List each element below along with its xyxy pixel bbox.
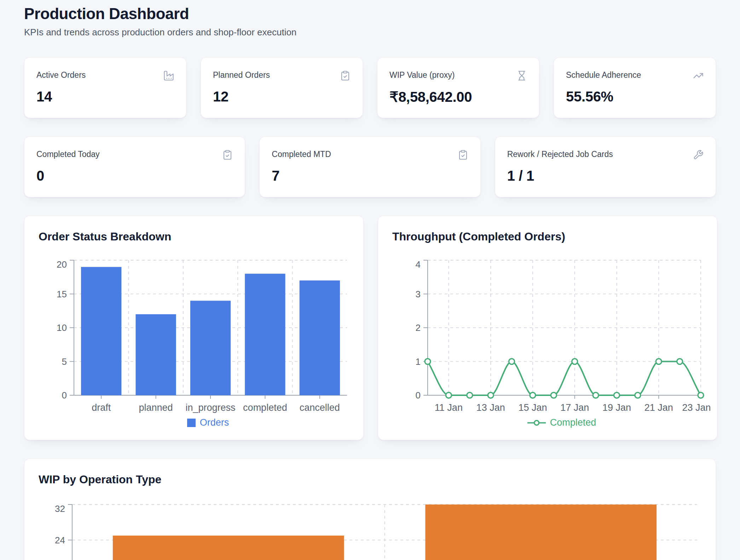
svg-text:15: 15 [57, 289, 67, 299]
kpi-card-schedule-adherence: Schedule Adherence 55.56% [554, 57, 716, 118]
svg-text:11 Jan: 11 Jan [435, 402, 463, 413]
svg-text:0: 0 [416, 390, 421, 401]
svg-text:32: 32 [55, 503, 65, 514]
svg-text:17 Jan: 17 Jan [560, 402, 589, 413]
svg-text:1: 1 [416, 356, 421, 367]
throughput-title: Throughput (Completed Orders) [392, 230, 703, 243]
kpi-value: 7 [272, 168, 468, 184]
wip-chart: 2432 [39, 492, 702, 560]
kpi-card-rework-rejected: Rework / Rejected Job Cards 1 / 1 [495, 136, 716, 197]
svg-text:21 Jan: 21 Jan [644, 402, 673, 413]
hourglass-icon [516, 70, 527, 81]
legend-label-completed: Completed [550, 417, 596, 428]
svg-text:23 Jan: 23 Jan [682, 402, 711, 413]
svg-text:5: 5 [62, 356, 67, 367]
wip-title: WIP by Operation Type [39, 473, 701, 486]
kpi-label: Completed Today [36, 150, 100, 159]
svg-text:20: 20 [57, 259, 67, 270]
kpi-row-1: Active Orders 14 Planned Orders 12 WIP V… [24, 57, 716, 118]
svg-text:cancelled: cancelled [300, 402, 340, 413]
wip-by-operation-card: WIP by Operation Type 2432 [24, 459, 716, 560]
svg-text:completed: completed [243, 402, 287, 413]
charts-row: Order Status Breakdown 05101520draftplan… [24, 216, 716, 440]
throughput-legend[interactable]: Completed [392, 417, 703, 428]
legend-swatch-orders [187, 419, 196, 427]
kpi-value: 12 [213, 89, 351, 105]
kpi-value: 1 / 1 [507, 168, 704, 184]
kpi-value: 0 [36, 168, 233, 184]
kpi-label: Completed MTD [272, 150, 331, 159]
order-status-chart: 05101520draftplannedin_progresscompleted… [39, 250, 349, 412]
page-subtitle: KPIs and trends across production orders… [24, 27, 716, 38]
wrench-icon [693, 150, 704, 160]
legend-marker-completed [527, 420, 546, 426]
svg-text:planned: planned [139, 402, 173, 413]
kpi-card-completed-mtd: Completed MTD 7 [259, 136, 480, 197]
trending-up-icon [693, 70, 704, 81]
order-status-title: Order Status Breakdown [39, 230, 349, 243]
svg-text:draft: draft [92, 402, 111, 413]
kpi-value: 14 [36, 89, 174, 105]
clipboard-check-icon [340, 70, 351, 81]
kpi-value: ₹8,58,642.00 [389, 89, 527, 105]
order-status-canvas: 05101520draftplannedin_progresscompleted… [39, 250, 349, 412]
svg-text:24: 24 [55, 535, 65, 546]
throughput-chart: 0123411 Jan13 Jan15 Jan17 Jan19 Jan21 Ja… [392, 250, 703, 412]
kpi-card-wip-value: WIP Value (proxy) ₹8,58,642.00 [377, 57, 539, 118]
kpi-label: Planned Orders [213, 70, 270, 80]
order-status-card: Order Status Breakdown 05101520draftplan… [24, 216, 364, 440]
kpi-value: 55.56% [566, 89, 704, 105]
throughput-canvas: 0123411 Jan13 Jan15 Jan17 Jan19 Jan21 Ja… [392, 250, 703, 412]
order-status-legend[interactable]: Orders [39, 417, 349, 428]
kpi-label: Active Orders [36, 70, 86, 80]
factory-icon [163, 70, 174, 81]
kpi-card-planned-orders: Planned Orders 12 [201, 57, 363, 118]
svg-text:0: 0 [62, 390, 67, 401]
kpi-card-completed-today: Completed Today 0 [24, 136, 245, 197]
svg-text:2: 2 [416, 322, 421, 333]
svg-text:13 Jan: 13 Jan [476, 402, 505, 413]
clipboard-check-icon [458, 150, 468, 160]
clipboard-check-icon [222, 150, 233, 160]
kpi-label: Rework / Rejected Job Cards [507, 150, 613, 159]
svg-text:in_progress: in_progress [185, 402, 235, 413]
production-dashboard-page: Production Dashboard KPIs and trends acr… [0, 0, 740, 560]
kpi-label: Schedule Adherence [566, 70, 641, 80]
kpi-label: WIP Value (proxy) [389, 70, 455, 80]
wip-canvas: 2432 [39, 492, 701, 560]
svg-text:19 Jan: 19 Jan [602, 402, 631, 413]
throughput-card: Throughput (Completed Orders) 0123411 Ja… [378, 216, 717, 440]
svg-text:15 Jan: 15 Jan [518, 402, 547, 413]
svg-text:10: 10 [57, 322, 67, 333]
page-title: Production Dashboard [24, 5, 716, 23]
svg-text:3: 3 [416, 289, 421, 299]
legend-label-orders: Orders [200, 417, 229, 428]
kpi-row-2: Completed Today 0 Completed MTD 7 Rework… [24, 136, 716, 197]
svg-text:4: 4 [416, 259, 421, 270]
kpi-card-active-orders: Active Orders 14 [24, 57, 186, 118]
